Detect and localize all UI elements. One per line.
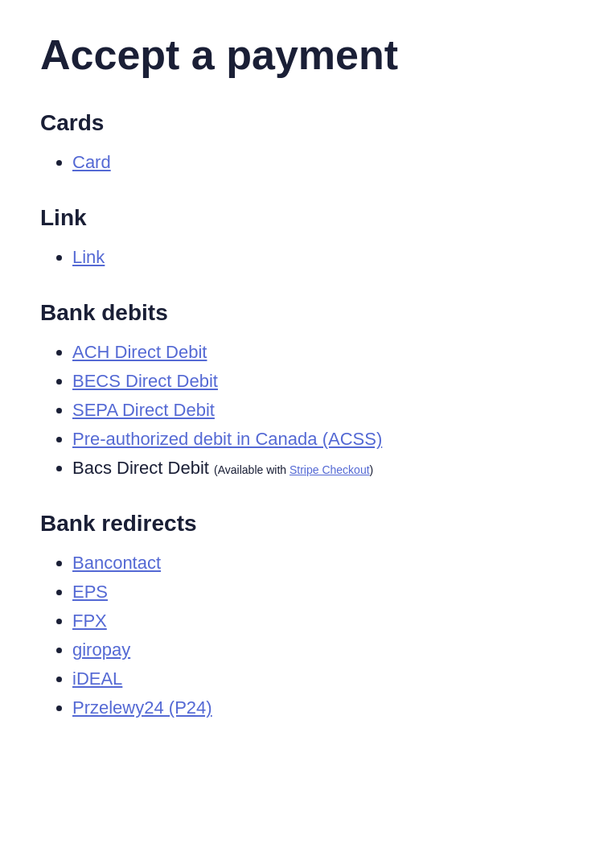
link-link[interactable]: Link (72, 247, 105, 267)
cards-heading: Cards (40, 110, 576, 136)
list-item: BECS Direct Debit (72, 371, 576, 392)
list-item: giropay (72, 640, 576, 660)
sepa-direct-debit-link[interactable]: SEPA Direct Debit (72, 400, 215, 420)
page-title: Accept a payment (40, 32, 576, 78)
link-list: Link (40, 247, 576, 268)
card-link[interactable]: Card (72, 152, 111, 172)
list-item: ACH Direct Debit (72, 342, 576, 363)
bank-debits-section: Bank debits ACH Direct Debit BECS Direct… (40, 300, 576, 479)
stripe-checkout-link[interactable]: Stripe Checkout (290, 463, 370, 476)
list-item: Przelewy24 (P24) (72, 697, 576, 718)
list-item: Pre-authorized debit in Canada (ACSS) (72, 429, 576, 450)
bank-debits-list: ACH Direct Debit BECS Direct Debit SEPA … (40, 342, 576, 479)
cards-section: Cards Card (40, 110, 576, 173)
list-item: Card (72, 152, 576, 173)
bank-redirects-heading: Bank redirects (40, 511, 576, 537)
ideal-link[interactable]: iDEAL (72, 668, 122, 689)
eps-link[interactable]: EPS (72, 582, 108, 602)
list-item: SEPA Direct Debit (72, 400, 576, 421)
bancontact-link[interactable]: Bancontact (72, 553, 161, 573)
link-section: Link Link (40, 205, 576, 268)
bank-debits-heading: Bank debits (40, 300, 576, 326)
giropay-link[interactable]: giropay (72, 640, 130, 660)
p24-link[interactable]: Przelewy24 (P24) (72, 697, 212, 718)
ach-direct-debit-link[interactable]: ACH Direct Debit (72, 342, 207, 362)
list-item: FPX (72, 611, 576, 631)
cards-list: Card (40, 152, 576, 173)
list-item: EPS (72, 582, 576, 603)
fpx-link[interactable]: FPX (72, 611, 107, 631)
link-heading: Link (40, 205, 576, 231)
bank-redirects-list: Bancontact EPS FPX giropay iDEAL Przelew… (40, 553, 576, 718)
list-item: Bancontact (72, 553, 576, 574)
list-item: iDEAL (72, 668, 576, 689)
list-item: Bacs Direct Debit (Available with Stripe… (72, 458, 576, 479)
bacs-note: (Available with Stripe Checkout) (214, 463, 373, 476)
list-item: Link (72, 247, 576, 268)
acss-link[interactable]: Pre-authorized debit in Canada (ACSS) (72, 429, 382, 449)
becs-direct-debit-link[interactable]: BECS Direct Debit (72, 371, 218, 391)
bank-redirects-section: Bank redirects Bancontact EPS FPX giropa… (40, 511, 576, 718)
